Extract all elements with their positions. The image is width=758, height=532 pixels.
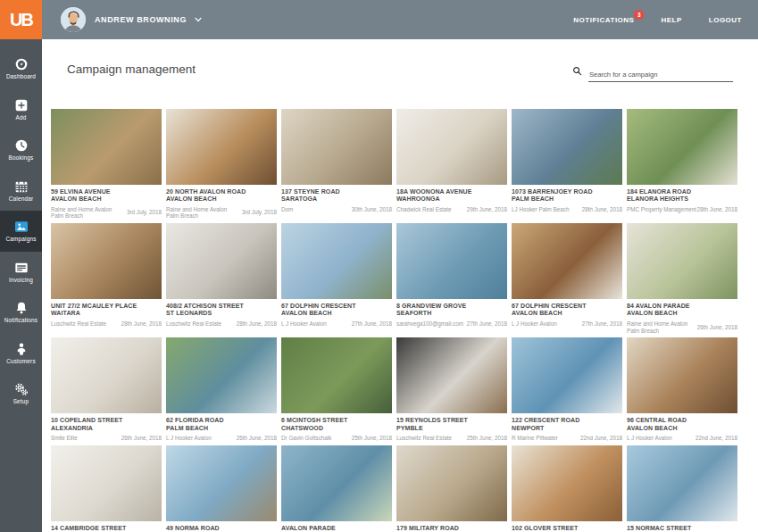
sidebar-item-setup[interactable]: Setup	[0, 373, 42, 414]
campaign-card[interactable]: 84 AVALON PARADEAVALON BEACH Raine and H…	[627, 223, 737, 334]
campaign-card[interactable]: 67 DOLPHIN CRESCENTAVALON BEACH L J Hook…	[512, 223, 622, 334]
campaign-card[interactable]: 14 CAMBRIDGE STREET	[51, 445, 162, 532]
sidebar-item-label: Add	[16, 114, 27, 121]
campaign-address: 49 NORMA ROAD	[166, 525, 277, 532]
campaign-card[interactable]: 10 COPELAND STREETALEXANDRIA Smile Elite…	[51, 337, 162, 441]
campaign-agency: L J Hooker Avalon	[281, 320, 327, 328]
campaign-card[interactable]: 122 CRESCENT ROADNEWPORT R Marine Pittwa…	[512, 337, 622, 441]
campaign-photo	[627, 223, 737, 299]
image-icon	[14, 220, 29, 234]
nav-help[interactable]: HELP	[661, 16, 681, 24]
campaign-photo	[396, 223, 507, 299]
campaign-agency: LJ Hooker Palm Beach	[512, 206, 569, 213]
campaign-date: 28th June, 2018	[237, 320, 277, 328]
main-header: Campaign management	[42, 39, 758, 109]
campaign-card[interactable]: 20 NORTH AVALON ROADAVALON BEACH Raine a…	[166, 109, 277, 220]
campaign-date: 28th June, 2018	[697, 206, 737, 213]
campaign-photo	[281, 337, 392, 413]
campaign-address: 84 AVALON PARADEAVALON BEACH	[627, 303, 737, 318]
campaign-address: 67 DOLPHIN CRESCENTAVALON BEACH	[512, 303, 622, 318]
nav-logout[interactable]: LOGOUT	[709, 16, 742, 24]
campaign-date: 28th June, 2018	[121, 320, 162, 328]
sidebar-item-label: Calendar	[9, 195, 34, 202]
campaign-card[interactable]: 67 DOLPHIN CRESCENTAVALON BEACH L J Hook…	[281, 223, 392, 334]
campaign-address: 6 MCINTOSH STREETCHATSWOOD	[281, 417, 392, 432]
campaign-address: 62 FLORIDA ROADPALM BEACH	[166, 417, 277, 432]
campaign-photo	[396, 109, 507, 185]
campaign-card[interactable]: 102 GLOVER STREET	[512, 445, 622, 532]
user-menu[interactable]: ANDREW BROWNING	[61, 7, 203, 32]
campaign-date: 3rd July, 2018	[127, 209, 162, 216]
campaign-card[interactable]: 1073 BARRENJOEY ROADPALM BEACH LJ Hooker…	[512, 109, 622, 220]
campaign-date: 3rd July, 2018	[242, 209, 277, 216]
campaign-card[interactable]: 408/2 ATCHISON STREETST LEONARDS Luschwi…	[166, 223, 277, 334]
campaign-card[interactable]: 184 ELANORA ROADELANORA HEIGHTS PMC Prop…	[627, 109, 737, 220]
campaign-card[interactable]: 59 ELVINA AVENUEAVALON BEACH Raine and H…	[51, 109, 162, 220]
campaign-address: 18A WOONONA AVENUEWAHROONGA	[396, 188, 507, 204]
campaign-date: 26th June, 2018	[697, 324, 737, 331]
campaign-agency: Dom	[281, 206, 293, 213]
campaign-agency: Dr Gavin Gottschalk	[281, 435, 331, 442]
campaign-address: 20 NORTH AVALON ROADAVALON BEACH	[166, 188, 277, 204]
calendar-icon	[14, 179, 29, 194]
campaign-address: AVALON PARADE	[281, 525, 392, 532]
campaign-card[interactable]: 137 STEYNE ROADSARATOGA Dom 30th June, 2…	[281, 109, 392, 220]
sidebar-item-notifications[interactable]: Notifications	[0, 292, 42, 333]
invoice-icon	[14, 261, 29, 275]
campaign-address: 1073 BARRENJOEY ROADPALM BEACH	[512, 188, 622, 204]
campaign-photo	[512, 337, 622, 413]
top-nav: NOTIFICATIONS3HELPLOGOUT	[573, 0, 742, 39]
campaign-photo	[166, 109, 277, 185]
sidebar-item-dashboard[interactable]: Dashboard	[0, 48, 42, 89]
campaign-photo	[512, 109, 622, 185]
search-input[interactable]	[588, 69, 733, 82]
campaign-photo	[51, 337, 162, 413]
campaign-photo	[512, 445, 622, 521]
campaign-address: 408/2 ATCHISON STREETST LEONARDS	[166, 303, 277, 318]
campaign-card[interactable]: 15 REYNOLDS STREETPYMBLE Luschwitz Real …	[396, 337, 507, 441]
campaign-agency: L J Hooker Avalon	[512, 320, 557, 328]
campaign-agency: Chadwick Real Estate	[396, 206, 452, 213]
campaign-agency: Raine and Horne Avalon Palm Breach	[627, 320, 697, 335]
campaign-card[interactable]: 49 NORMA ROAD	[166, 445, 277, 532]
sidebar-item-customers[interactable]: Customers	[0, 333, 42, 374]
nav-notifications[interactable]: NOTIFICATIONS3	[573, 16, 634, 24]
sidebar-item-campaigns[interactable]: Campaigns	[0, 211, 42, 252]
page-title: Campaign management	[67, 62, 196, 76]
campaign-address: 15 NORMAC STREET	[627, 525, 737, 532]
avatar	[61, 7, 86, 32]
campaign-address: 184 ELANORA ROADELANORA HEIGHTS	[627, 188, 737, 204]
campaign-photo	[627, 109, 737, 185]
campaign-card[interactable]: 15 NORMAC STREET	[627, 445, 737, 532]
campaign-card[interactable]: 96 CENTRAL ROADAVALON BEACH L J Hooker A…	[627, 337, 737, 441]
campaign-photo	[166, 223, 277, 299]
sidebar-item-bookings[interactable]: Bookings	[0, 129, 42, 170]
campaign-card[interactable]: 179 MILITARY ROAD	[396, 445, 507, 532]
campaign-card[interactable]: 62 FLORIDA ROADPALM BEACH L J Hooker Ava…	[166, 337, 277, 441]
gauge-icon	[14, 57, 29, 71]
campaign-card[interactable]: 8 GRANDVIEW GROVESEAFORTH sarahvega100@g…	[396, 223, 507, 334]
sidebar-item-invoicing[interactable]: Invoicing	[0, 252, 42, 293]
plus-icon	[14, 98, 29, 112]
sidebar-item-calendar[interactable]: Calendar	[0, 170, 42, 212]
campaign-agency: L J Hooker Avalon	[627, 435, 672, 442]
campaign-date: 28th June, 2018	[582, 206, 622, 213]
clock-icon	[14, 138, 29, 153]
campaign-photo	[51, 445, 162, 521]
sidebar-item-label: Notifications	[4, 317, 37, 323]
app-logo[interactable]: UB	[0, 0, 42, 39]
campaign-address: 14 CAMBRIDGE STREET	[51, 525, 162, 532]
sidebar-item-label: Customers	[6, 358, 36, 364]
campaign-card[interactable]: AVALON PARADE	[281, 445, 392, 532]
sidebar-item-add[interactable]: Add	[0, 89, 42, 130]
gears-icon	[14, 382, 29, 396]
campaign-card[interactable]: 18A WOONONA AVENUEWAHROONGA Chadwick Rea…	[396, 109, 507, 220]
campaign-card[interactable]: UNIT 27/2 MCAULEY PLACEWAITARA Luschwitz…	[51, 223, 162, 334]
sidebar-item-label: Campaigns	[5, 236, 36, 242]
campaign-agency: L J Hooker Avalon	[166, 435, 212, 442]
campaign-card[interactable]: 6 MCINTOSH STREETCHATSWOOD Dr Gavin Gott…	[281, 337, 392, 441]
campaign-agency: Luschwitz Real Estate	[396, 435, 452, 442]
campaign-address: 102 GLOVER STREET	[512, 525, 622, 532]
campaign-agency: sarahvega100@gmail.com	[396, 320, 463, 328]
sidebar-item-label: Invoicing	[9, 277, 33, 283]
